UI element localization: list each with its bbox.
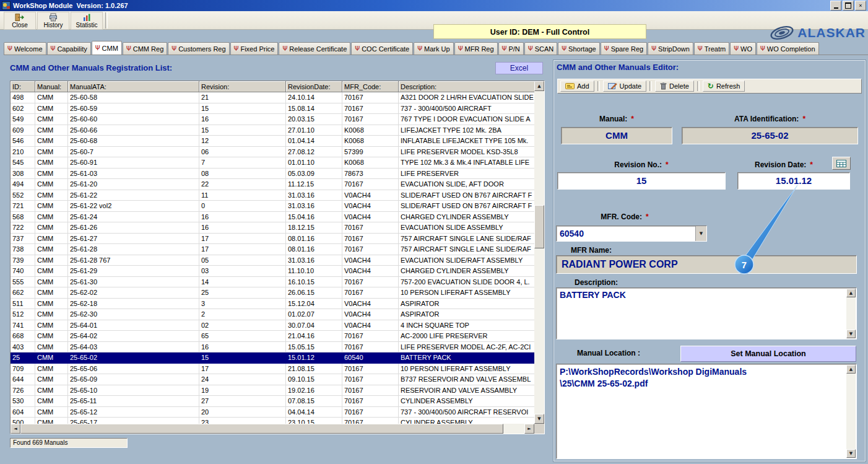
table-row[interactable]: 604CMM25-65-122004.04.1470167737 - 300/4… bbox=[11, 407, 534, 418]
table-row[interactable]: 738CMM25-61-281708.01.1670167757 AIRCRAF… bbox=[11, 244, 534, 255]
window-titlebar: WorkShop Module Version: 1.0.267 × bbox=[0, 0, 868, 11]
description-scrollbar[interactable]: ▲ ▼ bbox=[846, 289, 856, 338]
table-row[interactable]: 530CMM25-65-112707.08.1570167CYLINDER AS… bbox=[11, 396, 534, 407]
table-row[interactable]: 511CMM25-62-18315.12.04V0ACH4ASPIRATOR bbox=[11, 299, 534, 310]
table-row[interactable]: 737CMM25-61-271708.01.1670167757 AIRCRAF… bbox=[11, 234, 534, 245]
combo-dropdown-button[interactable]: ▼ bbox=[695, 226, 706, 241]
refresh-button[interactable]: ↻ Refresh bbox=[703, 81, 745, 92]
update-button[interactable]: Update bbox=[603, 81, 646, 92]
table-row[interactable]: 739CMM25-61-28 7670531.03.16V0ACH4EVACUA… bbox=[11, 255, 534, 266]
horizontal-scroll-thumb[interactable] bbox=[20, 424, 503, 434]
table-row[interactable]: 726CMM25-65-101919.02.1670167RESERVOIR A… bbox=[11, 385, 534, 396]
manual-location-field[interactable]: P:\WorkShopRecords\Workshop DigiManuals … bbox=[556, 364, 857, 459]
tab-fixed-price[interactable]: ΨFixed Price bbox=[230, 42, 279, 55]
close-button[interactable]: Close bbox=[4, 12, 36, 30]
scroll-right-button[interactable]: ► bbox=[524, 424, 534, 434]
table-row[interactable]: 552CMM25-61-221131.03.16V0ACH4SLIDE/RAFT… bbox=[11, 190, 534, 201]
table-row[interactable]: 602CMM25-60-591515.08.1470167737 - 300/4… bbox=[11, 103, 534, 115]
history-button[interactable]: History bbox=[37, 12, 69, 30]
tab-cmm-reg[interactable]: ΨCMM Reg bbox=[123, 42, 167, 55]
table-row[interactable]: 609CMM25-60-661527.01.10K0068LIFEJACKET … bbox=[11, 125, 534, 136]
table-row[interactable]: 741CMM25-64-010230.07.04V0ACH44 INCH SQU… bbox=[11, 320, 534, 331]
tab-spare-reg[interactable]: ΨSpare Reg bbox=[601, 42, 647, 55]
scroll-down-button[interactable]: ▼ bbox=[534, 414, 544, 424]
scroll-up-button[interactable]: ▲ bbox=[534, 81, 544, 91]
table-row[interactable]: 403CMM25-64-031615.05.1570167LIFE PRESER… bbox=[11, 342, 534, 353]
table-row[interactable]: 500CMM25-65-172323.10.1570167CYLINDER AS… bbox=[11, 418, 534, 424]
tab-stripdown[interactable]: ΨStripDown bbox=[648, 42, 693, 55]
tab-capability[interactable]: ΨCapability bbox=[47, 42, 91, 55]
column-header[interactable]: Description: bbox=[399, 81, 534, 92]
minimize-button[interactable] bbox=[830, 1, 841, 11]
tab-mfr-reg[interactable]: ΨMFR Reg bbox=[454, 42, 498, 55]
tab-label: CMM Reg bbox=[133, 45, 164, 53]
tab-p-n[interactable]: ΨP/N bbox=[498, 42, 524, 55]
excel-button[interactable]: Excel bbox=[495, 62, 543, 74]
manual-field: CMM bbox=[561, 127, 672, 144]
table-row[interactable]: 546CMM25-60-681201.04.14K0068INFLATABLE … bbox=[11, 136, 534, 147]
column-header[interactable]: RevisionDate: bbox=[286, 81, 342, 92]
scroll-down-button[interactable]: ▼ bbox=[846, 449, 856, 458]
vertical-scroll-thumb[interactable] bbox=[534, 205, 544, 248]
add-button-label: Add bbox=[577, 82, 589, 90]
mfr-code-combobox[interactable]: 60540 ▼ bbox=[556, 225, 707, 242]
table-row[interactable]: 549CMM25-60-601620.03.1570167767 TYPE I … bbox=[11, 114, 534, 125]
table-row[interactable]: 740CMM25-61-290311.10.10V0ACH4CHARGED CY… bbox=[11, 266, 534, 277]
tab-cmm[interactable]: ΨCMM bbox=[92, 41, 122, 55]
delete-button[interactable]: Delete bbox=[655, 81, 694, 92]
tab-scan[interactable]: ΨSCAN bbox=[524, 42, 557, 55]
statistic-button[interactable]: Statistic bbox=[71, 12, 103, 30]
scroll-left-button[interactable]: ◄ bbox=[11, 424, 20, 434]
table-row[interactable]: 721CMM25-61-22 vol2031.03.16V0ACH4SLIDE/… bbox=[11, 201, 534, 212]
column-header[interactable]: Revision: bbox=[199, 81, 286, 92]
table-row[interactable]: 662CMM25-62-022526.06.157016710 PERSON L… bbox=[11, 287, 534, 299]
table-row[interactable]: 709CMM25-65-061721.08.157016710 PERSON L… bbox=[11, 364, 534, 375]
close-window-button[interactable]: × bbox=[855, 1, 866, 11]
table-row[interactable]: 512CMM25-62-30201.02.07V0ACH4ASPIRATOR bbox=[11, 309, 534, 320]
column-header[interactable]: ManualATA: bbox=[68, 81, 199, 92]
tab-mark-up[interactable]: ΨMark Up bbox=[414, 42, 453, 55]
tab-wo[interactable]: ΨWO bbox=[730, 42, 756, 55]
horizontal-scrollbar[interactable]: ◄ ► bbox=[11, 424, 534, 434]
scroll-up-button[interactable]: ▲ bbox=[846, 289, 856, 297]
revision-date-field[interactable]: 15.01.12 bbox=[737, 172, 850, 190]
tab-treatm[interactable]: ΨTreatm bbox=[694, 42, 729, 55]
table-row[interactable]: 210CMM25-60-70627.08.1257399LIFE PRESERV… bbox=[11, 147, 534, 158]
calendar-icon bbox=[836, 159, 846, 167]
tab-coc-certificate[interactable]: ΨCOC Certificate bbox=[351, 42, 413, 55]
table-row[interactable]: 498CMM25-60-582124.10.1470167A321 DOOR 2… bbox=[11, 92, 534, 103]
table-row[interactable]: 568CMM25-61-241615.04.16V0ACH4CHARGED CY… bbox=[11, 212, 534, 223]
description-field[interactable]: BATTERY PACK ▲ ▼ bbox=[556, 287, 857, 339]
manuals-table-viewport: ID:Manual:ManualATA:Revision:RevisionDat… bbox=[11, 81, 534, 424]
vertical-scrollbar[interactable]: ▲ ▼ bbox=[534, 81, 544, 424]
scroll-up-button[interactable]: ▲ bbox=[846, 365, 856, 374]
tab-customers-reg[interactable]: ΨCustomers Reg bbox=[168, 42, 229, 55]
table-row[interactable]: 25CMM25-65-021515.01.1260540BATTERY PACK bbox=[11, 352, 534, 364]
table-row[interactable]: 555CMM25-61-301416.10.1570167757-200 EVA… bbox=[11, 277, 534, 288]
table-row[interactable]: 668CMM25-64-026521.04.1670167AC-2000 LIF… bbox=[11, 331, 534, 342]
calendar-button[interactable] bbox=[832, 157, 851, 170]
location-scrollbar[interactable]: ▲ ▼ bbox=[846, 365, 856, 458]
logo-swirl-icon bbox=[769, 24, 795, 42]
tab-label: MFR Reg bbox=[465, 45, 494, 53]
table-row[interactable]: 308CMM25-61-030805.03.0978673LIFE PRESER… bbox=[11, 169, 534, 180]
table-row[interactable]: 722CMM25-61-261618.12.1570167EVACUATION … bbox=[11, 222, 534, 234]
required-marker: * bbox=[802, 115, 805, 123]
add-button[interactable]: Add bbox=[560, 81, 594, 92]
tab-wo-completion[interactable]: ΨWO Completion bbox=[757, 42, 819, 55]
table-row[interactable]: 545CMM25-60-91701.01.10K0068TYPE 102 Mk.… bbox=[11, 157, 534, 169]
tab-shortage[interactable]: ΨShortage bbox=[558, 42, 600, 55]
column-header[interactable]: ID: bbox=[11, 81, 35, 92]
table-row[interactable]: 644CMM25-65-092409.10.1570167B737 RESERV… bbox=[11, 374, 534, 385]
tab-release-certificate[interactable]: ΨRelease Certificate bbox=[279, 42, 350, 55]
description-label: Description: bbox=[575, 278, 618, 287]
manual-location-label: Manual Location : bbox=[577, 349, 640, 357]
revision-no-field[interactable]: 15 bbox=[557, 172, 726, 190]
tab-welcome[interactable]: ΨWelcome bbox=[4, 42, 46, 55]
set-manual-location-button[interactable]: Set Manual Location bbox=[680, 346, 856, 362]
column-header[interactable]: Manual: bbox=[35, 81, 68, 92]
scroll-down-button[interactable]: ▼ bbox=[846, 330, 856, 338]
column-header[interactable]: MFR_Code: bbox=[342, 81, 399, 92]
maximize-button[interactable] bbox=[843, 1, 854, 11]
table-row[interactable]: 494CMM25-61-202211.12.1570167EVACUATION … bbox=[11, 179, 534, 190]
